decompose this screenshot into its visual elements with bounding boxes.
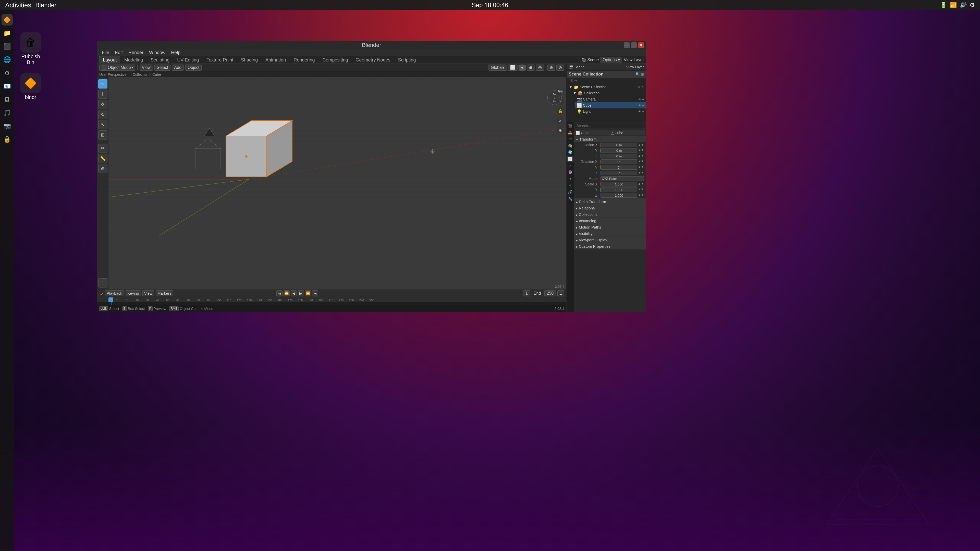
outliner-search[interactable] — [566, 78, 646, 84]
prop-material-icon[interactable]: 🔮 — [567, 169, 573, 175]
tool-cursor[interactable]: ✛ — [98, 89, 107, 99]
tool-annotate[interactable]: ✏ — [98, 144, 107, 153]
location-y-field[interactable]: 0 m — [600, 148, 637, 153]
scale-y-arrows[interactable]: ▲▼ — [638, 187, 644, 192]
menu-window[interactable]: Window — [146, 49, 168, 56]
relations-header[interactable]: Relations — [574, 205, 646, 211]
lock-gizmo[interactable]: 🔒 — [556, 107, 564, 115]
tab-layout[interactable]: Layout — [99, 56, 120, 64]
start-frame[interactable]: 1 — [523, 290, 530, 297]
menu-render[interactable]: Render — [126, 49, 146, 56]
playback-menu[interactable]: Playback — [105, 290, 124, 296]
custom-props-header[interactable]: Custom Properties — [574, 243, 646, 249]
dock-app4[interactable]: 📷 — [2, 121, 13, 132]
global-selector[interactable]: Global ▾ — [488, 65, 507, 71]
desktop-icon-blender[interactable]: 🔶 blndr — [18, 71, 43, 102]
rotation-x-field[interactable]: 0° — [600, 159, 637, 164]
jump-start-btn[interactable]: ⏮ — [277, 290, 283, 297]
tab-animation[interactable]: Animation — [262, 56, 290, 64]
location-x-arrows[interactable]: ▲▼ — [638, 143, 644, 147]
instancing-header[interactable]: Instancing — [574, 218, 646, 224]
render-gizmo[interactable]: ◉ — [556, 126, 564, 135]
current-frame[interactable]: 1 — [557, 290, 564, 297]
dock-terminal[interactable]: ⬛ — [2, 41, 13, 52]
prop-view-layer-icon[interactable]: 🗂 — [567, 136, 573, 142]
timeline-ruler[interactable]: 0 10 20 30 40 50 60 70 80 90 100 110 — [97, 297, 566, 302]
scale-z-arrows[interactable]: ▲▼ — [638, 193, 644, 198]
outliner-filter-icon[interactable]: 🔍 — [635, 72, 640, 76]
prev-keyframe-btn[interactable]: ⏪ — [283, 290, 290, 297]
viewport-shading-wire[interactable]: ⬜ — [508, 65, 517, 71]
end-frame[interactable]: 250 — [544, 290, 556, 297]
prop-modifier-icon[interactable]: 🔧 — [567, 196, 573, 202]
dock-settings[interactable]: ⚙ — [2, 67, 13, 79]
object-mode-selector[interactable]: ⬛ Object Mode ▾ — [99, 65, 135, 71]
close-button[interactable]: ✕ — [638, 42, 644, 48]
location-z-arrows[interactable]: ▲▼ — [638, 154, 644, 159]
prop-constraints-icon[interactable]: 🔗 — [567, 189, 573, 195]
object-menu[interactable]: Object — [185, 65, 202, 71]
scale-x-field[interactable]: 1.000 — [600, 182, 637, 186]
timeline-track[interactable] — [97, 302, 566, 305]
grid-gizmo[interactable]: # — [556, 117, 564, 125]
tab-modeling[interactable]: Modeling — [121, 56, 146, 64]
nav-gizmo[interactable]: Top Bot L R Y — [547, 90, 562, 105]
eye-icon[interactable]: 👁 — [638, 86, 641, 89]
camera-eye[interactable]: 👁 — [638, 98, 641, 101]
cursor-icon[interactable]: ↖ — [641, 86, 644, 89]
view-menu-timeline[interactable]: View — [142, 290, 154, 296]
location-x-field[interactable]: 0 m — [600, 143, 637, 147]
tool-add[interactable]: ⊕ — [98, 164, 107, 173]
tab-shading[interactable]: Shading — [237, 56, 261, 64]
light-eye[interactable]: 👁 — [638, 110, 641, 113]
prop-particle-icon[interactable]: ✦ — [567, 176, 573, 182]
menu-help[interactable]: Help — [169, 49, 183, 56]
rotation-z-arrows[interactable]: ▲▼ — [638, 171, 644, 175]
tab-rendering[interactable]: Rendering — [290, 56, 318, 64]
overlay-toggle[interactable]: ⊙ — [556, 65, 564, 71]
prop-object-icon[interactable]: ⬜ — [567, 156, 573, 162]
viewport-shading-render[interactable]: ◎ — [536, 65, 544, 71]
dock-files[interactable]: 📁 — [2, 27, 13, 39]
outliner-collection[interactable]: ▼ 📦 Collection — [571, 90, 646, 96]
keying-menu[interactable]: Keying — [126, 290, 141, 296]
tab-scripting[interactable]: Scripting — [395, 56, 420, 64]
object-name-field[interactable]: Cube — [581, 131, 610, 135]
tool-scale[interactable]: ⤡ — [98, 120, 107, 129]
tool-measure[interactable]: 📏 — [98, 154, 107, 163]
menu-edit[interactable]: Edit — [112, 49, 125, 56]
gizmo-toggle[interactable]: ⊕ — [547, 65, 555, 71]
activities-button[interactable]: Activities — [5, 1, 32, 9]
rotation-y-arrows[interactable]: ▲▼ — [638, 165, 644, 170]
prop-render-icon[interactable]: 🎬 — [567, 123, 573, 129]
data-name-field[interactable]: Cube — [615, 131, 644, 135]
location-y-arrows[interactable]: ▲▼ — [638, 148, 644, 153]
tool-extra[interactable]: ⋮ — [98, 278, 107, 287]
tab-texture-paint[interactable]: Texture Paint — [203, 56, 237, 64]
next-keyframe-btn[interactable]: ⏩ — [305, 290, 311, 297]
prop-mesh-icon[interactable]: △ — [567, 162, 573, 168]
cube-eye[interactable]: 👁 — [638, 104, 641, 107]
dock-app1[interactable]: 📧 — [2, 81, 13, 92]
scale-y-field[interactable]: 1.000 — [600, 187, 637, 192]
properties-search[interactable] — [575, 123, 645, 129]
settings-icon[interactable]: ⚙ — [970, 2, 975, 8]
cube-dot[interactable]: ● — [642, 104, 644, 107]
prop-scene-icon[interactable]: 🎭 — [567, 143, 573, 149]
view-menu[interactable]: View — [140, 65, 153, 71]
outliner-light[interactable]: 💡 Light 👁 ● — [575, 108, 646, 114]
scale-x-arrows[interactable]: ▲▼ — [638, 182, 644, 186]
add-menu[interactable]: Add — [172, 65, 184, 71]
visibility-header[interactable]: Visibility — [574, 230, 646, 237]
tab-uv-editing[interactable]: UV Editing — [173, 56, 202, 64]
location-z-field[interactable]: 0 m — [600, 154, 637, 159]
dock-app2[interactable]: 🗓 — [2, 94, 13, 105]
outliner-cube[interactable]: ⬜ Cube 👁 ● — [575, 102, 646, 108]
outliner-settings-icon[interactable]: ⊞ — [641, 72, 644, 76]
dock-app3[interactable]: 🎵 — [2, 107, 13, 118]
outliner-scene-collection[interactable]: ▼ 📁 Scene Collection 👁 ↖ — [566, 84, 646, 90]
rotation-x-arrows[interactable]: ▲▼ — [638, 159, 644, 164]
tool-transform[interactable]: ⊞ — [98, 130, 107, 140]
select-menu[interactable]: Select — [154, 65, 170, 71]
tool-move[interactable]: ✥ — [98, 100, 107, 109]
